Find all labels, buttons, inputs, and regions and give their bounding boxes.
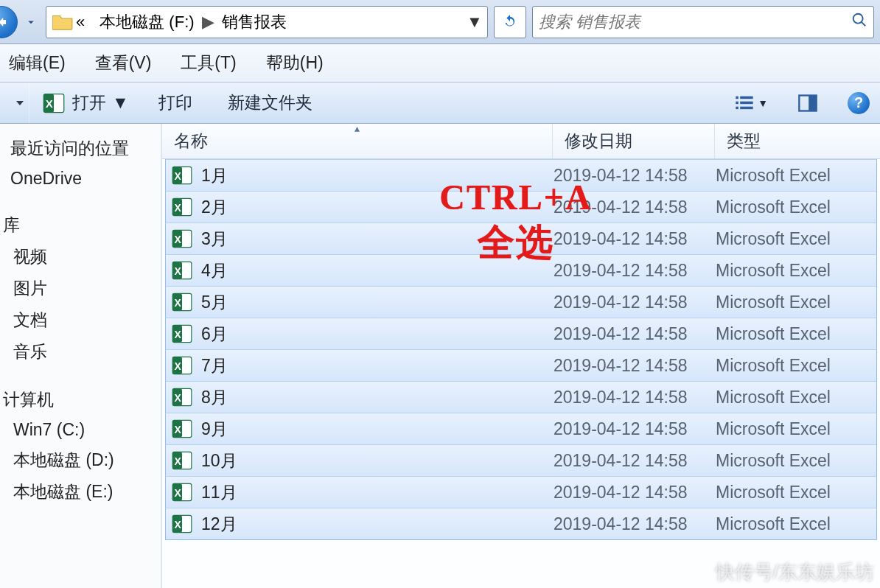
breadcrumb[interactable]: « 本地磁盘 (F:) ▶ 销售报表 ▼ [46,6,488,38]
column-name-label: 名称 [174,130,208,153]
open-button[interactable]: X 打开 ▼ [43,91,129,114]
svg-text:X: X [175,170,182,182]
file-row[interactable]: X 6月 2019-04-12 14:58 Microsoft Excel [165,318,877,350]
file-name: 12月 [201,513,237,536]
nav-lib-docs[interactable]: 文档 [0,304,161,336]
column-type[interactable]: 类型 [715,124,880,158]
excel-file-icon: X [172,482,192,503]
column-headers: ▴ 名称 修改日期 类型 [162,124,880,159]
file-row[interactable]: X 1月 2019-04-12 14:58 Microsoft Excel [165,159,877,192]
menu-help[interactable]: 帮助(H) [266,52,324,74]
file-name: 9月 [201,418,228,441]
excel-file-icon: X [172,419,192,439]
search-icon[interactable] [845,12,867,32]
preview-pane-button[interactable] [797,93,818,113]
file-type: Microsoft Excel [716,293,876,312]
file-date: 2019-04-12 14:58 [554,197,716,217]
file-type: Microsoft Excel [716,451,876,471]
file-type: Microsoft Excel [716,483,876,503]
file-date: 2019-04-12 14:58 [554,293,716,312]
nav-libraries-header[interactable]: 库 [0,209,161,241]
search-input[interactable] [539,13,845,32]
file-type: Microsoft Excel [716,197,876,217]
file-date: 2019-04-12 14:58 [554,451,716,471]
svg-text:X: X [175,265,182,277]
file-type: Microsoft Excel [716,419,876,439]
svg-rect-5 [736,101,738,104]
menu-edit[interactable]: 编辑(E) [9,52,66,74]
file-row[interactable]: X 9月 2019-04-12 14:58 Microsoft Excel [165,413,877,445]
excel-file-icon: X [172,228,192,249]
svg-rect-4 [740,96,753,99]
file-row[interactable]: X 2月 2019-04-12 14:58 Microsoft Excel [165,191,877,223]
file-date: 2019-04-12 14:58 [554,229,716,249]
file-name: 8月 [201,386,228,409]
file-row[interactable]: X 7月 2019-04-12 14:58 Microsoft Excel [165,349,877,382]
print-button[interactable]: 打印 [158,91,192,114]
nav-back-button[interactable] [0,6,18,38]
menu-view[interactable]: 查看(V) [95,52,152,74]
breadcrumb-drive[interactable]: 本地磁盘 (F:) [99,11,194,33]
file-row[interactable]: X 10月 2019-04-12 14:58 Microsoft Excel [165,444,877,477]
open-dropdown[interactable]: ▼ [112,93,129,113]
file-date: 2019-04-12 14:58 [554,419,716,439]
refresh-button[interactable] [494,6,526,38]
excel-file-icon: X [172,355,192,376]
nav-recent[interactable]: 最近访问的位置 [0,133,161,164]
breadcrumb-dropdown[interactable]: ▼ [465,13,484,32]
column-date[interactable]: 修改日期 [553,124,715,158]
file-row[interactable]: X 12月 2019-04-12 14:58 Microsoft Excel [165,508,877,540]
address-bar: « 本地磁盘 (F:) ▶ 销售报表 ▼ [0,0,880,44]
help-button[interactable]: ? [848,92,870,114]
excel-icon: X [43,92,65,114]
view-options-button[interactable]: ▼ [734,93,768,113]
file-date: 2019-04-12 14:58 [554,388,716,407]
file-type: Microsoft Excel [716,514,876,534]
svg-text:X: X [175,392,182,404]
svg-text:X: X [175,297,182,309]
file-row[interactable]: X 11月 2019-04-12 14:58 Microsoft Excel [165,476,877,508]
open-label: 打开 [72,91,106,114]
file-name: 1月 [201,164,228,187]
file-type: Microsoft Excel [716,356,876,376]
nav-computer-header[interactable]: 计算机 [0,384,161,416]
search-box[interactable] [532,6,874,38]
file-name: 6月 [201,323,228,346]
file-date: 2019-04-12 14:58 [554,356,716,376]
file-type: Microsoft Excel [716,166,876,186]
newfolder-button[interactable]: 新建文件夹 [228,91,312,114]
file-name: 5月 [201,291,228,314]
file-name: 11月 [201,481,237,504]
column-name[interactable]: ▴ 名称 [162,124,553,158]
svg-text:X: X [175,202,182,214]
nav-lib-music[interactable]: 音乐 [0,336,161,368]
file-date: 2019-04-12 14:58 [554,483,716,503]
svg-rect-10 [809,95,817,111]
breadcrumb-folder[interactable]: 销售报表 [222,11,287,33]
excel-file-icon: X [172,165,192,186]
navigation-pane: 最近访问的位置 OneDrive 库 视频 图片 文档 音乐 计算机 Win7 … [0,124,162,588]
file-row[interactable]: X 3月 2019-04-12 14:58 Microsoft Excel [165,223,877,255]
chevron-down-icon: ▼ [758,97,768,109]
nav-drive-d[interactable]: 本地磁盘 (D:) [0,444,161,476]
file-list-area: ▴ 名称 修改日期 类型 X 1月 2019-04-12 14:58 Micro… [162,124,880,588]
svg-rect-7 [736,106,738,109]
menu-tools[interactable]: 工具(T) [181,52,236,74]
organize-dropdown[interactable] [10,83,29,123]
svg-text:X: X [175,519,182,531]
excel-file-icon: X [172,292,192,312]
excel-file-icon: X [172,514,192,534]
nav-drive-e[interactable]: 本地磁盘 (E:) [0,476,161,508]
file-row[interactable]: X 8月 2019-04-12 14:58 Microsoft Excel [165,381,877,413]
nav-lib-video[interactable]: 视频 [0,241,161,273]
svg-text:X: X [175,360,182,372]
breadcrumb-sep-left: « [76,13,85,32]
nav-lib-photos[interactable]: 图片 [0,273,161,304]
nav-onedrive[interactable]: OneDrive [0,164,161,193]
svg-rect-3 [736,96,738,99]
nav-drive-c[interactable]: Win7 (C:) [0,416,161,444]
file-date: 2019-04-12 14:58 [554,166,716,186]
file-row[interactable]: X 4月 2019-04-12 14:58 Microsoft Excel [165,254,877,287]
file-row[interactable]: X 5月 2019-04-12 14:58 Microsoft Excel [165,286,877,318]
nav-forward-dropdown[interactable] [22,9,40,35]
